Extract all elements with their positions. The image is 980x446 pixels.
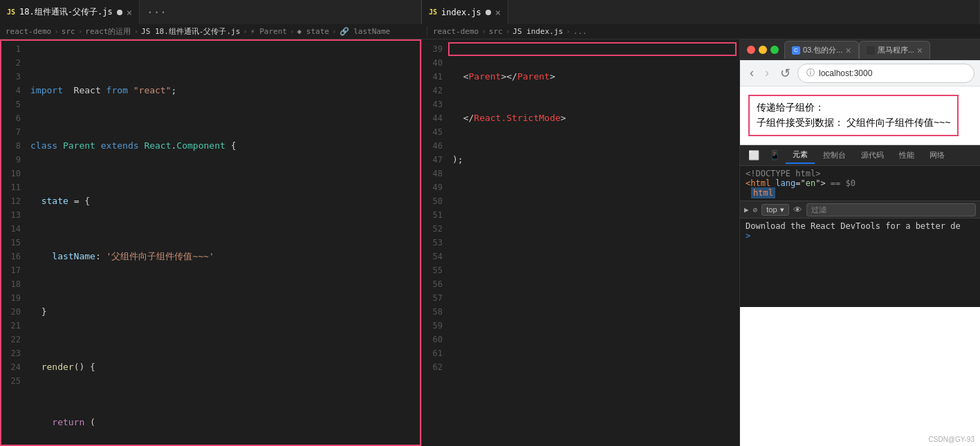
chrome-tab-2-close[interactable]: × — [917, 45, 923, 56]
traffic-lights[interactable] — [747, 46, 779, 54]
bc-r-src: src — [489, 27, 503, 36]
tab-left-main[interactable]: JS 18.组件通讯-父传子.js × — [0, 0, 140, 24]
traffic-light-yellow[interactable] — [759, 46, 767, 54]
tab-more-left[interactable]: ··· — [140, 0, 174, 24]
devtools-tab-console[interactable]: 控制台 — [816, 147, 853, 163]
traffic-light-green[interactable] — [770, 46, 779, 54]
console-block-icon[interactable]: ⊘ — [753, 205, 758, 214]
devtools-tab-sources[interactable]: 源代码 — [854, 147, 891, 163]
address-url: localhost:3000 — [819, 68, 872, 78]
console-eye-icon[interactable]: 👁 — [793, 205, 802, 215]
html-line: <html lang="en"> == $0 — [746, 178, 974, 188]
console-filter-input[interactable]: 过滤 — [806, 203, 976, 216]
bc-r-dots: ... — [573, 27, 587, 36]
code-lines-left: import React from "react"; class Parent … — [28, 42, 421, 443]
bc-r-react-demo: react-demo — [433, 27, 479, 36]
tab-right-close[interactable]: × — [495, 7, 501, 18]
breadcrumb-right: react-demo › src › JS index.js › ... — [427, 27, 974, 36]
bc-react-use: react的运用 — [85, 26, 131, 37]
chrome-tab-1-close[interactable]: × — [845, 45, 851, 56]
console-filter-label: 过滤 — [811, 205, 826, 214]
tab-left-close[interactable]: × — [127, 7, 132, 18]
html-close: html — [746, 188, 974, 198]
code-container-left: 1 2 3 4 5 6 7 8 9 10 11 12 13 14 15 16 1 — [0, 39, 421, 446]
tab-bar: JS 18.组件通讯-父传子.js × ··· JS index.js × — [0, 0, 980, 24]
console-top-label: top — [766, 205, 777, 214]
chrome-tab-1-favicon: C — [792, 46, 800, 55]
bc-parent: ⚡ Parent — [250, 27, 287, 36]
console-top-dropdown[interactable]: top ▾ — [761, 204, 788, 216]
tab-right-modified-dot — [486, 10, 491, 15]
console-messages: Download the React DevTools for a better… — [740, 219, 980, 307]
chrome-tab-2-label: 黑马程序... — [878, 45, 914, 55]
nav-forward-button[interactable]: › — [761, 64, 773, 82]
tab-right-label: index.js — [441, 8, 481, 17]
tab-modified-dot — [117, 10, 122, 15]
browser-chrome-area: C 03.包的分... × 黑马程序... × ‹ › — [740, 39, 980, 86]
bc-lastname: 🔗 lastName — [340, 27, 391, 36]
address-bar[interactable]: ⓘ localhost:3000 — [797, 64, 974, 83]
bc-state: ◆ state — [297, 27, 329, 36]
devtools-tab-bar: ⬜ 📱 元素 控制台 源代码 性能 网络 — [740, 145, 980, 166]
console-msg-1: Download the React DevTools for a better… — [746, 221, 974, 231]
devtools-icon-device[interactable]: 📱 — [765, 149, 784, 162]
bc-file: JS 18.组件通讯-父传子.js — [141, 26, 240, 37]
traffic-light-red[interactable] — [747, 46, 755, 54]
devtools-icon-inspect[interactable]: ⬜ — [744, 149, 764, 162]
tab-bar-left: JS 18.组件通讯-父传子.js × ··· — [0, 0, 422, 24]
console-toolbar: ▶ ⊘ top ▾ 👁 过滤 — [740, 201, 980, 219]
chrome-tab-1[interactable]: C 03.包的分... × — [784, 41, 859, 59]
chrome-tab-1-label: 03.包的分... — [803, 45, 842, 55]
browser-nav: ‹ › ↺ ⓘ localhost:3000 — [740, 60, 980, 86]
address-lock-icon: ⓘ — [806, 67, 815, 79]
js-badge-left: JS — [7, 8, 15, 16]
js-badge-right: JS — [429, 8, 437, 16]
devtools-tab-network[interactable]: 网络 — [923, 147, 952, 163]
chrome-tab-2[interactable]: 黑马程序... × — [859, 41, 930, 59]
browser-line1: 传递给子组价： — [757, 102, 950, 114]
browser-page-content: 传递给子组价： 子组件接受到数据： 父组件向子组件传值~~~ — [740, 86, 980, 145]
line-numbers-left: 1 2 3 4 5 6 7 8 9 10 11 12 13 14 15 16 1 — [0, 42, 28, 443]
browser-line2: 子组件接受到数据： 父组件向子组件传值~~~ — [757, 117, 950, 129]
console-run-icon[interactable]: ▶ — [744, 205, 749, 214]
tab-right-main[interactable]: JS index.js × — [422, 0, 508, 24]
breadcrumb-left: react-demo › src › react的运用 › JS 18.组件通讯… — [6, 26, 427, 37]
nav-back-button[interactable]: ‹ — [746, 64, 758, 82]
tab-bar-right: JS index.js × — [422, 0, 980, 24]
browser-content-red-box: 传递给子组价： 子组件接受到数据： 父组件向子组件传值~~~ — [748, 95, 959, 136]
editor-left[interactable]: 1 2 3 4 5 6 7 8 9 10 11 12 13 14 15 16 1 — [0, 39, 422, 446]
code-container-right: 39 40 41 42 43 44 45 46 47 48 49 50 51 5… — [422, 39, 739, 446]
devtools-tab-elements[interactable]: 元素 — [786, 147, 815, 164]
bc-r-indexjs: JS index.js — [512, 27, 563, 36]
browser-panel: C 03.包的分... × 黑马程序... × ‹ › — [740, 39, 980, 446]
chrome-tab-2-favicon — [867, 46, 875, 55]
doctype-line: <!DOCTYPE html> — [746, 169, 974, 178]
devtools-elements-content: <!DOCTYPE html> <html lang="en"> == $0 h… — [740, 166, 980, 201]
nav-refresh-button[interactable]: ↺ — [776, 64, 795, 82]
breadcrumb-bar: react-demo › src › react的运用 › JS 18.组件通讯… — [0, 24, 980, 39]
chrome-title-bar: C 03.包的分... × 黑马程序... × — [740, 39, 980, 60]
main-area: 1 2 3 4 5 6 7 8 9 10 11 12 13 14 15 16 1 — [0, 39, 980, 446]
tab-left-label: 18.组件通讯-父传子.js — [19, 6, 113, 18]
bc-src: src — [62, 27, 75, 36]
chrome-tabs-row: C 03.包的分... × 黑马程序... × — [784, 41, 973, 59]
line-numbers-right: 39 40 41 42 43 44 45 46 47 48 49 50 51 5… — [422, 42, 450, 443]
devtools-tab-performance[interactable]: 性能 — [892, 147, 921, 163]
console-arrow: > — [746, 231, 974, 241]
csdn-footer: CSDN@GY-93 — [929, 436, 974, 443]
console-dropdown-arrow: ▾ — [780, 205, 784, 214]
code-lines-right: <Parent></Parent> </React.StrictMode> ); — [450, 42, 739, 443]
devtools-panel: ⬜ 📱 元素 控制台 源代码 性能 网络 <!DOCTYPE html> <ht… — [740, 145, 980, 307]
bc-react-demo: react-demo — [6, 27, 51, 36]
editor-right[interactable]: 39 40 41 42 43 44 45 46 47 48 49 50 51 5… — [422, 39, 740, 446]
